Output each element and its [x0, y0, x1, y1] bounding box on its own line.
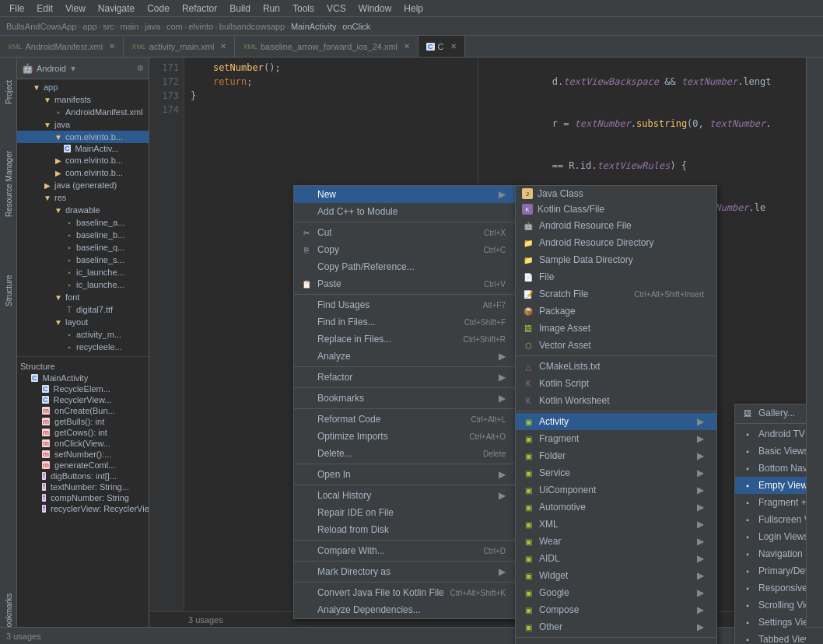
activity-scrolling[interactable]: ▪ Scrolling Views Activity: [735, 597, 806, 614]
activity-fullscreen[interactable]: ▪ Fullscreen Views Activity: [735, 511, 806, 528]
new-resource-bundle[interactable]: ▣ Resource Bundle: [516, 639, 716, 644]
new-sample-data-dir[interactable]: 📁 Sample Data Directory: [516, 251, 716, 268]
ctx-copy[interactable]: ⎘ Copy Ctrl+C: [294, 241, 518, 258]
tree-item-baseline-b[interactable]: ▪ baseline_b...: [17, 229, 149, 241]
activity-settings[interactable]: ▪ Settings Views Activity: [735, 614, 806, 631]
tree-item-compnumber[interactable]: f compNumber: String: [17, 492, 149, 503]
menu-run[interactable]: Run: [257, 2, 286, 16]
tree-item-textnumber[interactable]: f textNumber: String...: [17, 481, 149, 492]
activity-empty-views[interactable]: ▪ Empty Views Activity: [735, 477, 806, 494]
activity-basic-views[interactable]: ▪ Basic Views Activity: [735, 443, 806, 460]
sidebar-icon-resource[interactable]: Resource Manager: [1, 145, 16, 222]
new-scratch-file[interactable]: 📝 Scratch File Ctrl+Alt+Shift+Insert: [516, 285, 716, 303]
menu-build[interactable]: Build: [223, 2, 257, 16]
menu-navigate[interactable]: Navigate: [92, 2, 141, 16]
bc-src[interactable]: src: [103, 22, 114, 31]
tab-close-activitymain[interactable]: ✕: [220, 42, 226, 51]
bc-onclick[interactable]: onClick: [342, 22, 370, 31]
tab-androidmanifest[interactable]: XML AndroidManifest.xml ✕: [0, 36, 124, 57]
new-android-resource-dir[interactable]: 📁 Android Resource Directory: [516, 234, 716, 251]
menu-edit[interactable]: Edit: [30, 2, 59, 16]
new-kotlin-worksheet[interactable]: K Kotlin Worksheet: [516, 392, 716, 409]
tree-item-getcows[interactable]: m getCows(): int: [17, 427, 149, 438]
new-package[interactable]: 📦 Package: [516, 303, 716, 320]
tree-item-recycleelement[interactable]: C RecycleElem...: [17, 383, 149, 394]
tree-item-digital7[interactable]: T digital7.ttf: [17, 303, 149, 316]
tree-item-baseline-s[interactable]: ▪ baseline_s...: [17, 254, 149, 266]
tree-item-font[interactable]: ▼ font: [17, 291, 149, 303]
tree-item-res[interactable]: ▼ res: [17, 191, 149, 204]
sidebar-icon-structure[interactable]: Structure: [1, 260, 16, 322]
tree-item-generatecombo[interactable]: m generateComl...: [17, 460, 149, 471]
menu-refactor[interactable]: Refactor: [176, 2, 223, 16]
new-widget[interactable]: ▣ Widget ▶: [516, 567, 716, 584]
menu-window[interactable]: Window: [352, 2, 398, 16]
new-service[interactable]: ▣ Service ▶: [516, 464, 716, 481]
ctx-replace-files[interactable]: Replace in Files... Ctrl+Shift+R: [294, 331, 518, 348]
new-android-resource-file[interactable]: 🤖 Android Resource File: [516, 217, 716, 234]
tree-item-java-generated[interactable]: ▶ java (generated): [17, 179, 149, 191]
tab-close-manifest[interactable]: ✕: [109, 42, 115, 51]
activity-tabbed[interactable]: ▪ Tabbed Views Activity: [735, 631, 806, 644]
activity-android-tv[interactable]: ▪ Android TV Blank Views Activity: [735, 425, 806, 443]
tree-item-app[interactable]: ▼ app: [17, 81, 149, 93]
ctx-analyze[interactable]: Analyze ▶: [294, 348, 518, 365]
ctx-refactor[interactable]: Refactor ▶: [294, 369, 518, 386]
new-cmakelists[interactable]: △ CMakeLists.txt: [516, 358, 716, 375]
new-wear[interactable]: ▣ Wear ▶: [516, 533, 716, 550]
menu-help[interactable]: Help: [397, 2, 429, 16]
tab-activitymain[interactable]: XML activity_main.xml ✕: [124, 36, 235, 57]
tree-item-setnumber[interactable]: m setNumber():...: [17, 449, 149, 460]
bc-app2[interactable]: app: [82, 22, 96, 31]
bc-com[interactable]: com: [166, 22, 183, 31]
ctx-copy-path[interactable]: Copy Path/Reference...: [294, 258, 518, 275]
new-fragment[interactable]: ▣ Fragment ▶: [516, 430, 716, 447]
menu-file[interactable]: File: [3, 2, 30, 16]
tree-item-ic-launcher2[interactable]: ▪ ic_launche...: [17, 278, 149, 291]
new-folder[interactable]: ▣ Folder ▶: [516, 447, 716, 464]
activity-nav-drawer[interactable]: ▪ Navigation Drawer Views Activity: [735, 545, 806, 562]
tree-item-recyclerview-field[interactable]: f recyclerView: RecyclerView: [17, 503, 149, 514]
ctx-convert-java[interactable]: Convert Java File to Kotlin File Ctrl+Al…: [294, 584, 518, 601]
tree-item-onclick[interactable]: m onClick(View...: [17, 438, 149, 449]
ctx-reformat[interactable]: Reformat Code Ctrl+Alt+L: [294, 411, 518, 428]
new-vector-asset[interactable]: ⬡ Vector Asset: [516, 337, 716, 354]
ctx-find-usages[interactable]: Find Usages Alt+F7: [294, 296, 518, 313]
sidebar-icon-project[interactable]: Project: [1, 61, 16, 123]
tree-item-getbulls[interactable]: m getBulls(): int: [17, 416, 149, 427]
tree-item-androidmanifest[interactable]: ▪ AndroidManifest.xml: [17, 106, 149, 118]
ctx-repair-ide[interactable]: Repair IDE on File: [294, 504, 518, 521]
new-compose[interactable]: ▣ Compose ▶: [516, 601, 716, 618]
ctx-new[interactable]: New ▶: [294, 186, 518, 203]
ctx-bookmarks[interactable]: Bookmarks ▶: [294, 390, 518, 407]
tree-item-baseline-a[interactable]: ▪ baseline_a...: [17, 216, 149, 229]
new-image-asset[interactable]: 🖼 Image Asset: [516, 320, 716, 337]
new-kotlin-script[interactable]: K Kotlin Script: [516, 375, 716, 392]
new-activity[interactable]: ▣ Activity ▶: [516, 413, 716, 430]
bc-elvinto[interactable]: elvinto: [188, 22, 213, 31]
activity-fragment-viewmodel[interactable]: ▪ Fragment + ViewModel: [735, 494, 806, 511]
menu-view[interactable]: View: [59, 2, 92, 16]
ctx-find-files[interactable]: Find in Files... Ctrl+Shift+F: [294, 313, 518, 331]
new-xml[interactable]: ▣ XML ▶: [516, 516, 716, 533]
tree-item-recyclerview[interactable]: C RecyclerView...: [17, 394, 149, 405]
tab-mainactivity[interactable]: C C ✕: [419, 36, 464, 57]
ctx-delete[interactable]: Delete... Delete: [294, 445, 518, 462]
tree-item-drawable[interactable]: ▼ drawable: [17, 204, 149, 216]
new-aidl[interactable]: ▣ AIDL ▶: [516, 550, 716, 567]
ctx-paste[interactable]: 📋 Paste Ctrl+V: [294, 275, 518, 292]
ctx-mark-directory[interactable]: Mark Directory as ▶: [294, 563, 518, 580]
tree-item-package1[interactable]: ▼ com.elvinto.b...: [17, 131, 149, 143]
new-kotlin-class[interactable]: K Kotlin Class/File: [516, 201, 716, 217]
menu-tools[interactable]: Tools: [286, 2, 320, 16]
ctx-reload[interactable]: Reload from Disk: [294, 521, 518, 538]
new-file[interactable]: 📄 File: [516, 268, 716, 285]
new-other[interactable]: ▣ Other ▶: [516, 618, 716, 635]
bc-package[interactable]: bullsandcowsapp: [219, 22, 285, 31]
activity-responsive[interactable]: ▪ Responsive Views Activity: [735, 579, 806, 597]
tree-item-package2[interactable]: ▶ com.elvinto.b...: [17, 154, 149, 166]
tree-item-digbuttons[interactable]: f digButtons: int[]...: [17, 471, 149, 481]
tree-item-mainactivity[interactable]: C MainActiv...: [17, 143, 149, 154]
ctx-compare-with[interactable]: Compare With... Ctrl+D: [294, 542, 518, 559]
bc-mainactivity[interactable]: MainActivity: [291, 22, 337, 31]
